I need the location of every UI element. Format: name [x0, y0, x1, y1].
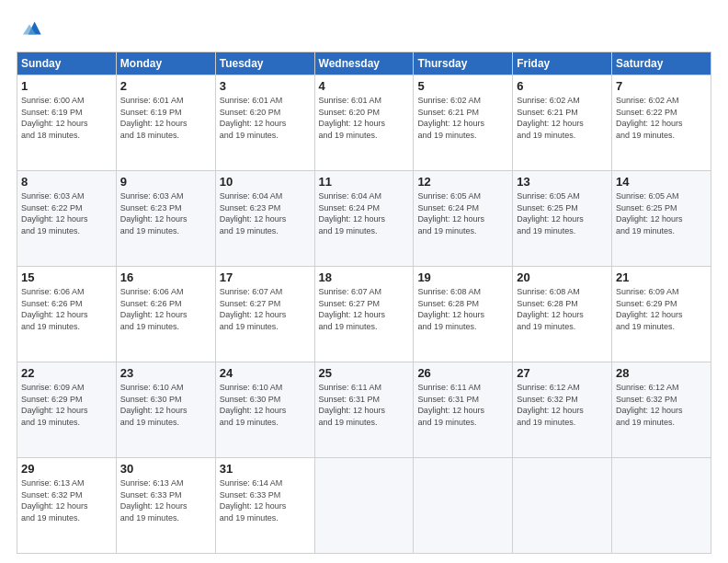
day-number: 3: [220, 79, 311, 93]
header: [17, 17, 711, 42]
week-row-1: 1 Sunrise: 6:00 AM Sunset: 6:19 PM Dayli…: [17, 75, 711, 171]
day-number: 20: [517, 270, 608, 284]
day-cell: 31 Sunrise: 6:14 AM Sunset: 6:33 PM Dayl…: [215, 458, 314, 554]
day-cell: 30 Sunrise: 6:13 AM Sunset: 6:33 PM Dayl…: [116, 458, 215, 554]
day-info: Sunrise: 6:04 AM Sunset: 6:24 PM Dayligh…: [319, 191, 386, 236]
day-number: 28: [616, 366, 707, 380]
page: SundayMondayTuesdayWednesdayThursdayFrid…: [0, 0, 728, 563]
weekday-header-sunday: Sunday: [17, 52, 117, 75]
day-info: Sunrise: 6:05 AM Sunset: 6:25 PM Dayligh…: [517, 191, 584, 236]
calendar-table: SundayMondayTuesdayWednesdayThursdayFrid…: [17, 52, 711, 554]
day-cell: 26 Sunrise: 6:11 AM Sunset: 6:31 PM Dayl…: [414, 362, 513, 458]
weekday-header-wednesday: Wednesday: [314, 52, 414, 75]
day-info: Sunrise: 6:02 AM Sunset: 6:22 PM Dayligh…: [616, 96, 683, 140]
day-info: Sunrise: 6:02 AM Sunset: 6:21 PM Dayligh…: [417, 96, 484, 140]
day-number: 10: [220, 175, 311, 189]
day-cell: 17 Sunrise: 6:07 AM Sunset: 6:27 PM Dayl…: [215, 267, 314, 362]
day-cell: 4 Sunrise: 6:01 AM Sunset: 6:20 PM Dayli…: [314, 75, 414, 171]
logo: [17, 17, 46, 42]
day-cell: 2 Sunrise: 6:01 AM Sunset: 6:19 PM Dayli…: [116, 75, 215, 171]
day-number: 31: [220, 462, 311, 476]
day-info: Sunrise: 6:03 AM Sunset: 6:23 PM Dayligh…: [120, 191, 188, 236]
day-info: Sunrise: 6:07 AM Sunset: 6:27 PM Dayligh…: [220, 287, 287, 331]
weekday-header-saturday: Saturday: [612, 52, 711, 75]
day-cell: 10 Sunrise: 6:04 AM Sunset: 6:23 PM Dayl…: [215, 171, 314, 267]
day-info: Sunrise: 6:02 AM Sunset: 6:21 PM Dayligh…: [517, 96, 584, 140]
day-number: 14: [616, 175, 707, 189]
day-info: Sunrise: 6:13 AM Sunset: 6:33 PM Dayligh…: [120, 478, 188, 523]
day-info: Sunrise: 6:11 AM Sunset: 6:31 PM Dayligh…: [319, 383, 386, 427]
day-info: Sunrise: 6:06 AM Sunset: 6:26 PM Dayligh…: [120, 287, 188, 331]
day-number: 22: [21, 366, 112, 380]
day-number: 26: [417, 366, 508, 380]
day-cell: [414, 458, 513, 554]
day-info: Sunrise: 6:14 AM Sunset: 6:33 PM Dayligh…: [220, 478, 287, 523]
day-number: 18: [319, 270, 410, 284]
day-cell: 7 Sunrise: 6:02 AM Sunset: 6:22 PM Dayli…: [612, 75, 711, 171]
day-cell: 21 Sunrise: 6:09 AM Sunset: 6:29 PM Dayl…: [612, 267, 711, 362]
day-cell: 28 Sunrise: 6:12 AM Sunset: 6:32 PM Dayl…: [612, 362, 711, 458]
day-cell: 3 Sunrise: 6:01 AM Sunset: 6:20 PM Dayli…: [215, 75, 314, 171]
day-info: Sunrise: 6:04 AM Sunset: 6:23 PM Dayligh…: [220, 191, 287, 236]
week-row-3: 15 Sunrise: 6:06 AM Sunset: 6:26 PM Dayl…: [17, 267, 711, 362]
day-info: Sunrise: 6:08 AM Sunset: 6:28 PM Dayligh…: [517, 287, 584, 331]
day-number: 13: [517, 175, 608, 189]
day-cell: 24 Sunrise: 6:10 AM Sunset: 6:30 PM Dayl…: [215, 362, 314, 458]
day-info: Sunrise: 6:13 AM Sunset: 6:32 PM Dayligh…: [21, 478, 88, 523]
day-number: 29: [21, 462, 112, 476]
day-cell: [513, 458, 612, 554]
day-info: Sunrise: 6:07 AM Sunset: 6:27 PM Dayligh…: [319, 287, 386, 331]
day-info: Sunrise: 6:10 AM Sunset: 6:30 PM Dayligh…: [120, 383, 188, 427]
day-info: Sunrise: 6:01 AM Sunset: 6:19 PM Dayligh…: [120, 96, 188, 140]
day-cell: 25 Sunrise: 6:11 AM Sunset: 6:31 PM Dayl…: [314, 362, 414, 458]
day-number: 6: [517, 79, 608, 93]
day-number: 25: [319, 366, 410, 380]
day-cell: 13 Sunrise: 6:05 AM Sunset: 6:25 PM Dayl…: [513, 171, 612, 267]
day-info: Sunrise: 6:06 AM Sunset: 6:26 PM Dayligh…: [21, 287, 88, 331]
day-cell: 9 Sunrise: 6:03 AM Sunset: 6:23 PM Dayli…: [116, 171, 215, 267]
weekday-header-thursday: Thursday: [414, 52, 513, 75]
day-number: 24: [220, 366, 311, 380]
day-cell: 1 Sunrise: 6:00 AM Sunset: 6:19 PM Dayli…: [17, 75, 117, 171]
day-cell: 18 Sunrise: 6:07 AM Sunset: 6:27 PM Dayl…: [314, 267, 414, 362]
day-cell: 27 Sunrise: 6:12 AM Sunset: 6:32 PM Dayl…: [513, 362, 612, 458]
day-cell: 22 Sunrise: 6:09 AM Sunset: 6:29 PM Dayl…: [17, 362, 117, 458]
day-info: Sunrise: 6:00 AM Sunset: 6:19 PM Dayligh…: [21, 96, 88, 140]
day-cell: 12 Sunrise: 6:05 AM Sunset: 6:24 PM Dayl…: [414, 171, 513, 267]
day-number: 15: [21, 270, 112, 284]
day-info: Sunrise: 6:09 AM Sunset: 6:29 PM Dayligh…: [616, 287, 683, 331]
day-number: 11: [319, 175, 410, 189]
day-info: Sunrise: 6:09 AM Sunset: 6:29 PM Dayligh…: [21, 383, 88, 427]
day-number: 19: [417, 270, 508, 284]
day-cell: [314, 458, 414, 554]
day-info: Sunrise: 6:03 AM Sunset: 6:22 PM Dayligh…: [21, 191, 88, 236]
day-number: 17: [220, 270, 311, 284]
day-number: 27: [517, 366, 608, 380]
day-info: Sunrise: 6:05 AM Sunset: 6:24 PM Dayligh…: [417, 191, 484, 236]
day-number: 5: [417, 79, 508, 93]
day-number: 1: [21, 79, 112, 93]
day-cell: 15 Sunrise: 6:06 AM Sunset: 6:26 PM Dayl…: [17, 267, 117, 362]
week-row-4: 22 Sunrise: 6:09 AM Sunset: 6:29 PM Dayl…: [17, 362, 711, 458]
day-info: Sunrise: 6:12 AM Sunset: 6:32 PM Dayligh…: [616, 383, 683, 427]
weekday-header-monday: Monday: [116, 52, 215, 75]
day-cell: 29 Sunrise: 6:13 AM Sunset: 6:32 PM Dayl…: [17, 458, 117, 554]
day-info: Sunrise: 6:12 AM Sunset: 6:32 PM Dayligh…: [517, 383, 584, 427]
day-cell: 16 Sunrise: 6:06 AM Sunset: 6:26 PM Dayl…: [116, 267, 215, 362]
day-number: 7: [616, 79, 707, 93]
day-cell: 8 Sunrise: 6:03 AM Sunset: 6:22 PM Dayli…: [17, 171, 117, 267]
day-cell: 5 Sunrise: 6:02 AM Sunset: 6:21 PM Dayli…: [414, 75, 513, 171]
day-info: Sunrise: 6:01 AM Sunset: 6:20 PM Dayligh…: [319, 96, 386, 140]
weekday-header-tuesday: Tuesday: [215, 52, 314, 75]
day-number: 16: [120, 270, 211, 284]
day-cell: 11 Sunrise: 6:04 AM Sunset: 6:24 PM Dayl…: [314, 171, 414, 267]
day-info: Sunrise: 6:10 AM Sunset: 6:30 PM Dayligh…: [220, 383, 287, 427]
day-cell: 14 Sunrise: 6:05 AM Sunset: 6:25 PM Dayl…: [612, 171, 711, 267]
day-number: 12: [417, 175, 508, 189]
day-info: Sunrise: 6:08 AM Sunset: 6:28 PM Dayligh…: [417, 287, 484, 331]
logo-icon: [17, 17, 42, 42]
week-row-2: 8 Sunrise: 6:03 AM Sunset: 6:22 PM Dayli…: [17, 171, 711, 267]
day-number: 9: [120, 175, 211, 189]
day-info: Sunrise: 6:05 AM Sunset: 6:25 PM Dayligh…: [616, 191, 683, 236]
day-info: Sunrise: 6:11 AM Sunset: 6:31 PM Dayligh…: [417, 383, 484, 427]
